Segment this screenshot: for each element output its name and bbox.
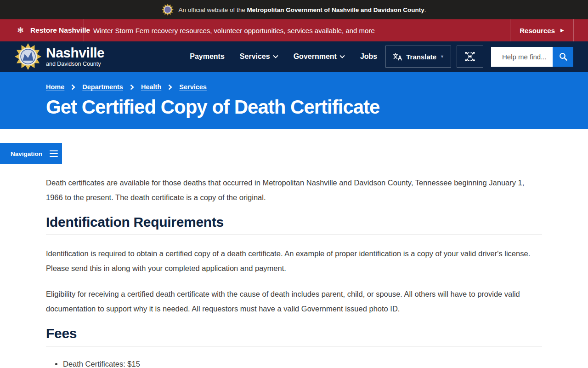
nav-item-payments[interactable]: Payments xyxy=(190,52,225,61)
hamburger-icon xyxy=(50,150,58,157)
nav-item-government[interactable]: Government xyxy=(294,52,345,61)
heading-rule xyxy=(46,346,542,346)
alert-message: Winter Storm Fern recovery resources, vo… xyxy=(84,19,510,41)
alert-bar: ❄ Restore Nashville Winter Storm Fern re… xyxy=(0,19,588,41)
fees-list: Death Certificates: $15 Each additional … xyxy=(46,356,542,368)
hub-icon xyxy=(464,51,476,63)
section-heading-fees: Fees xyxy=(46,325,542,342)
resources-label: Resources xyxy=(520,27,555,34)
nashville-logo[interactable]: Nashville and Davidson County xyxy=(15,43,104,70)
logo-title: Nashville xyxy=(46,46,104,60)
site-header: Nashville and Davidson County Payments S… xyxy=(0,41,588,72)
navigation-toggle-button[interactable]: Navigation xyxy=(0,143,62,164)
restore-nashville-label: Restore Nashville xyxy=(30,26,90,34)
breadcrumb-chevron-icon xyxy=(168,84,172,90)
list-item: Death Certificates: $15 xyxy=(63,356,542,368)
search-button[interactable] xyxy=(553,47,573,67)
breadcrumb-link-health[interactable]: Health xyxy=(141,83,161,91)
main-content: Death certificates are available for tho… xyxy=(0,175,588,368)
breadcrumb-chevron-icon xyxy=(130,84,134,90)
caret-down-icon: ▼ xyxy=(440,54,444,59)
section-heading-identification: Identification Requirements xyxy=(46,214,542,230)
identification-paragraph-1: Identification is required to obtain a c… xyxy=(46,246,531,276)
chevron-down-icon xyxy=(339,55,345,58)
heading-rule xyxy=(46,235,542,235)
header-controls: Translate ▼ xyxy=(385,46,573,68)
breadcrumb-chevron-icon xyxy=(71,84,75,90)
official-banner: An official website of the Metropolitan … xyxy=(0,0,588,19)
breadcrumb-link-services[interactable]: Services xyxy=(179,83,207,91)
seal-icon xyxy=(15,43,41,70)
breadcrumb-link-home[interactable]: Home xyxy=(46,83,64,91)
restore-nashville-link[interactable]: ❄ Restore Nashville xyxy=(0,19,84,41)
logo-text: Nashville and Davidson County xyxy=(46,46,104,67)
nav-item-jobs[interactable]: Jobs xyxy=(360,52,377,61)
translate-button[interactable]: Translate ▼ xyxy=(385,46,451,68)
breadcrumb: Home Departments Health Services xyxy=(46,83,542,91)
translate-label: Translate xyxy=(406,53,436,61)
navigation-label: Navigation xyxy=(11,150,42,157)
main-nav: Payments Services Government Jobs xyxy=(190,52,377,61)
identification-paragraph-2: Eligibility for receiving a certified de… xyxy=(46,287,531,316)
alert-end-pad xyxy=(574,19,588,41)
official-banner-text: An official website of the Metropolitan … xyxy=(178,6,426,13)
translate-icon xyxy=(392,52,402,61)
search-icon xyxy=(559,52,568,61)
play-arrow-icon: ▶ xyxy=(560,28,564,33)
search-input[interactable] xyxy=(491,47,553,67)
nav-item-services[interactable]: Services xyxy=(240,52,278,61)
snowflake-icon: ❄ xyxy=(17,26,24,34)
page-title: Get Certified Copy of Death Certificate xyxy=(46,97,542,118)
chevron-down-icon xyxy=(273,55,278,58)
metro-seal-icon xyxy=(162,4,174,16)
search-form xyxy=(491,47,573,67)
resources-button[interactable]: Resources ▶ xyxy=(510,19,573,41)
breadcrumb-link-departments[interactable]: Departments xyxy=(82,83,123,91)
intro-paragraph: Death certificates are available for tho… xyxy=(46,175,531,205)
hero: Home Departments Health Services Get Cer… xyxy=(0,72,588,129)
logo-subtitle: and Davidson County xyxy=(46,61,104,67)
hub-button[interactable] xyxy=(457,46,483,68)
